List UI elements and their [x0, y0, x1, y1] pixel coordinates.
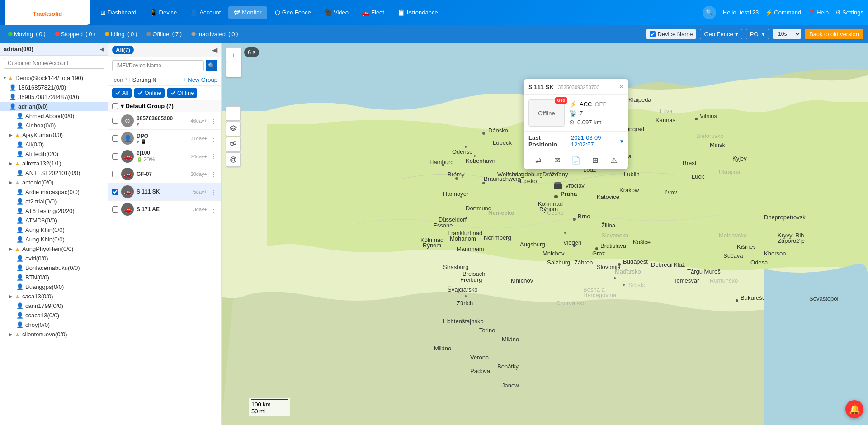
- zoom-out-button[interactable]: −: [226, 62, 241, 77]
- nav-dashboard[interactable]: ⊞ Dashboard: [95, 6, 142, 19]
- moving-status[interactable]: Moving (0): [5, 29, 49, 39]
- inactivated-status[interactable]: Inactivated (0): [188, 29, 241, 39]
- device-row[interactable]: 🚗 S 111 SK 5day+ ⋮: [108, 183, 221, 201]
- filter-all-checkbox[interactable]: [115, 90, 121, 96]
- expand-map-button[interactable]: [226, 106, 241, 121]
- tree-item-aung-khin2[interactable]: 👤 Aung Khin(0/0): [0, 235, 108, 244]
- popup-info-button[interactable]: 📄: [570, 154, 582, 166]
- help-button[interactable]: ❓ Help: [808, 9, 829, 16]
- tree-item-antonio[interactable]: ▶ ▲ antonio(0/0): [0, 178, 108, 187]
- notification-bell[interactable]: 🔔: [845, 400, 863, 418]
- nav-monitor[interactable]: 🗺 Monitor: [228, 6, 267, 19]
- account-search-input[interactable]: [4, 58, 104, 69]
- settings-map-button[interactable]: [226, 152, 241, 167]
- device-checkbox-1[interactable]: [112, 118, 118, 124]
- device-row[interactable]: 🚗 S 171 AE 3day+ ⋮: [108, 201, 221, 218]
- device-checkbox-4[interactable]: [112, 171, 118, 177]
- device-more-5[interactable]: ⋮: [210, 188, 217, 196]
- device-more-2[interactable]: ⋮: [210, 134, 217, 143]
- device-checkbox-3[interactable]: [112, 153, 118, 160]
- tree-item-buanggps[interactable]: 👤 Buanggps(0/0): [0, 282, 108, 292]
- tree-item-ajaykumar[interactable]: ▶ ▲ AjayKumar(0/0): [0, 130, 108, 140]
- all-badge[interactable]: All(7): [112, 46, 134, 54]
- tree-item-adrian[interactable]: 👤 adrian(0/0): [0, 102, 108, 111]
- device-more-4[interactable]: ⋮: [210, 170, 217, 179]
- stopped-status[interactable]: Stopped (0): [52, 29, 99, 39]
- device-checkbox-6[interactable]: [112, 206, 118, 212]
- device-more-6[interactable]: ⋮: [210, 205, 217, 214]
- zoom-in-button[interactable]: +: [226, 48, 241, 62]
- sidebar-collapse-button[interactable]: ◀: [100, 46, 104, 52]
- device-row[interactable]: 🚗 GF-07 20day+ ⋮: [108, 165, 221, 183]
- nav-fleet[interactable]: 🚗 Fleet: [356, 6, 390, 19]
- idling-status[interactable]: Idling (0): [101, 29, 141, 39]
- device-row[interactable]: 👤 DPO ♥ 📱 31day+ ⋮: [108, 130, 221, 147]
- position-expand-button[interactable]: ▾: [620, 138, 623, 145]
- filter-offline-checkbox[interactable]: [170, 90, 176, 96]
- filter-online-checkbox[interactable]: [137, 90, 143, 96]
- poi-filter[interactable]: POI ▾: [746, 29, 769, 39]
- search-button[interactable]: 🔍: [703, 6, 716, 19]
- tree-item-antest[interactable]: 👤 ANTEST202101(0/0): [0, 168, 108, 178]
- interval-select[interactable]: 10s 30s 1min: [773, 29, 801, 39]
- tree-item-at2[interactable]: 👤 at2 trial(0/0): [0, 197, 108, 206]
- command-button[interactable]: ⚡ Command: [765, 9, 801, 16]
- offline-status[interactable]: Offline (7): [143, 29, 185, 39]
- tree-item-ali[interactable]: 👤 Ali(0/0): [0, 140, 108, 149]
- nav-video[interactable]: 🎥 Video: [319, 6, 354, 19]
- tree-item-ardie[interactable]: 👤 Ardie macaspac(0/0): [0, 187, 108, 197]
- device-checkbox-2[interactable]: [112, 135, 118, 142]
- tree-item-choy[interactable]: 👤 choy(0/0): [0, 320, 108, 330]
- tree-item-aungphyo[interactable]: ▶ ▲ AungPhyoHein(0/0): [0, 244, 108, 254]
- tree-item-ainhoa[interactable]: 👤 Ainhoa(0/0): [0, 121, 108, 130]
- nav-device[interactable]: 📱 Device: [144, 6, 183, 19]
- map-background[interactable]: Dánsko Odense Kobenhavn Hamburg Brémy Be…: [222, 43, 868, 425]
- back-old-version-button[interactable]: Back to old version: [805, 29, 863, 39]
- device-name-filter[interactable]: Device Name: [646, 29, 696, 39]
- tree-item-18616857821[interactable]: 👤 18616857821(0/0): [0, 83, 108, 92]
- nav-geofence[interactable]: ⬡ Geo Fence: [269, 6, 316, 19]
- tree-item-alireza[interactable]: ▶ ▲ alireza132(1/1): [0, 159, 108, 168]
- filter-map-button[interactable]: [226, 137, 241, 151]
- popup-route-button[interactable]: ⇄: [532, 154, 544, 166]
- device-checkbox-5[interactable]: [112, 189, 118, 195]
- device-name-checkbox[interactable]: [650, 31, 656, 37]
- tree-item-avid[interactable]: 👤 avid(0/0): [0, 254, 108, 263]
- popup-close-button[interactable]: ×: [619, 83, 623, 91]
- tree-item-clientenuevo[interactable]: ▶ ▲ clientenuevo(0/0): [0, 330, 108, 339]
- tree-item-btn[interactable]: 👤 BTN(0/0): [0, 273, 108, 282]
- sorting-button[interactable]: Sorting ⇅: [132, 76, 156, 83]
- layers-button[interactable]: [226, 122, 241, 136]
- tree-item-caca13[interactable]: ▶ ▲ caca13(0/0): [0, 292, 108, 301]
- settings-button[interactable]: ⚙ Settings: [835, 9, 863, 16]
- tree-item-ahmed[interactable]: 👤 Ahmed Abood(0/0): [0, 111, 108, 121]
- device-more-3[interactable]: ⋮: [210, 152, 217, 161]
- filter-all[interactable]: All: [112, 88, 132, 98]
- device-search-input[interactable]: [112, 60, 204, 71]
- tree-item-ali-iedib[interactable]: 👤 Ali Iedib(0/0): [0, 149, 108, 159]
- tree-item-ccaca13[interactable]: 👤 ccaca13(0/0): [0, 311, 108, 320]
- device-more-1[interactable]: ⋮: [210, 117, 217, 125]
- nav-iattendance[interactable]: 📋 iAttendance: [392, 6, 443, 19]
- tree-item-atmd3[interactable]: 👤 ATMD3(0/0): [0, 216, 108, 225]
- geo-fence-filter[interactable]: Geo Fence ▾: [700, 29, 742, 39]
- popup-message-button[interactable]: ✉: [551, 154, 563, 166]
- tree-item-cann1799[interactable]: 👤 cann1799(0/0): [0, 301, 108, 311]
- filter-online[interactable]: Online: [134, 88, 165, 98]
- panel-collapse-button[interactable]: ◀: [212, 46, 217, 54]
- tree-item-aung-khin[interactable]: 👤 Aung Khin(0/0): [0, 225, 108, 235]
- new-group-button[interactable]: + New Group: [183, 76, 217, 83]
- device-search-button[interactable]: 🔍: [206, 60, 217, 71]
- tree-item-35985708[interactable]: 👤 35985708172848​7(0/0): [0, 92, 108, 102]
- default-group-header[interactable]: ▾ Default Group (7): [108, 100, 221, 112]
- tree-item-at6[interactable]: 👤 AT6 Testing(20/20): [0, 206, 108, 216]
- device-row[interactable]: ⊙ 085763605200 ♥ 46day+ ⋮: [108, 112, 221, 130]
- popup-grid-button[interactable]: ⊞: [589, 154, 601, 166]
- device-row[interactable]: 🚗 ej100 🔋 20% 24day+ ⋮: [108, 147, 221, 165]
- default-group-checkbox[interactable]: [112, 103, 118, 109]
- tree-item-bonfacemabuku[interactable]: 👤 Bonfacemabuku(0/0): [0, 263, 108, 273]
- tree-item-demo[interactable]: ▾ ▲ Demo(Stock144/Total190): [0, 73, 108, 83]
- nav-account[interactable]: 👤 Account: [184, 6, 226, 19]
- filter-offline[interactable]: Offline: [167, 88, 197, 98]
- popup-alert-button[interactable]: ⚠: [608, 154, 620, 166]
